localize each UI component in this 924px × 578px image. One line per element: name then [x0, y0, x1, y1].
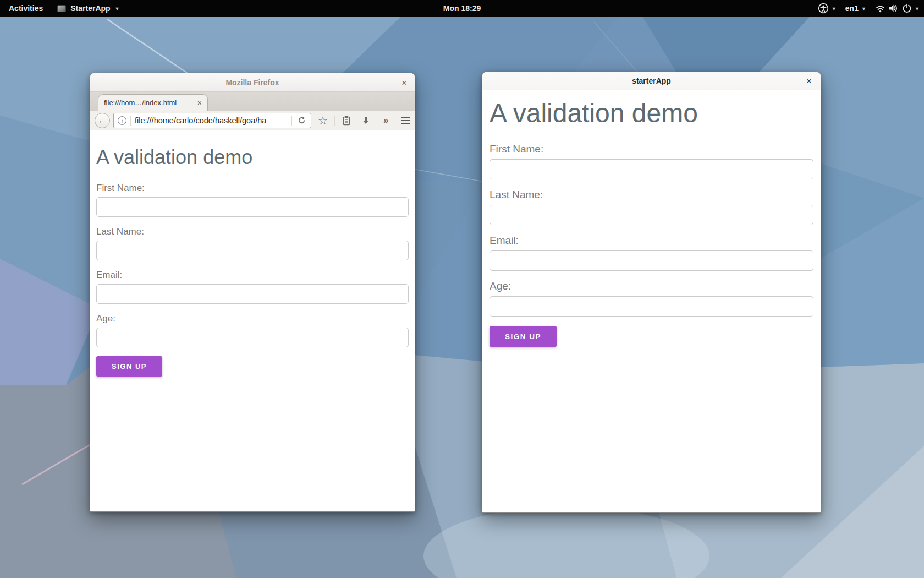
download-icon[interactable]	[358, 112, 375, 129]
desktop: Activities StarterApp ▾ Mon 18:29 ▾ en1	[0, 0, 924, 578]
activities-button[interactable]: Activities	[0, 0, 52, 17]
field-label: First Name:	[96, 182, 409, 194]
form-field: First Name:	[96, 182, 409, 217]
field-label: Email:	[96, 269, 409, 281]
field-input[interactable]	[490, 159, 813, 179]
field-label: Age:	[490, 280, 813, 293]
back-button[interactable]: ←	[95, 113, 110, 128]
page-info-icon[interactable]: i	[118, 116, 127, 125]
accessibility-menu[interactable]: ▾	[816, 0, 838, 17]
starterapp-window: starterApp × A validation demo First Nam…	[482, 72, 821, 513]
field-label: Email:	[490, 234, 813, 247]
overflow-chevron-icon[interactable]: »	[377, 112, 394, 129]
chevron-down-icon: ▾	[862, 6, 865, 12]
keyboard-layout-menu[interactable]: en1 ▾	[843, 0, 867, 17]
window-title: starterApp	[632, 77, 671, 85]
menu-hamburger-icon[interactable]	[402, 117, 410, 124]
form-field: Last Name:	[490, 188, 813, 225]
keyboard-layout-label: en1	[845, 4, 859, 13]
chevron-down-icon: ▾	[833, 6, 835, 12]
divider	[334, 116, 335, 126]
browser-tab[interactable]: file:///hom…/index.html ×	[98, 94, 208, 111]
tab-title: file:///hom…/index.html	[104, 99, 193, 107]
window-title: Mozilla Firefox	[226, 78, 279, 87]
field-input[interactable]	[490, 205, 813, 225]
firefox-titlebar[interactable]: Mozilla Firefox ×	[90, 73, 415, 92]
reload-icon[interactable]	[296, 113, 307, 128]
close-icon[interactable]: ×	[402, 78, 407, 87]
signup-form: First Name: Last Name: Email: Age:	[490, 143, 813, 317]
gnome-top-bar: Activities StarterApp ▾ Mon 18:29 ▾ en1	[0, 0, 924, 17]
starterapp-titlebar[interactable]: starterApp ×	[482, 72, 821, 90]
signup-form: First Name: Last Name: Email: Age:	[96, 182, 409, 347]
clipboard-icon[interactable]	[338, 112, 355, 129]
url-bar[interactable]: i file:///home/carlo/code/haskell/goa/ha	[113, 113, 311, 128]
close-icon[interactable]: ×	[806, 77, 812, 86]
form-field: Email:	[490, 234, 813, 271]
divider	[292, 116, 292, 126]
chevron-down-icon: ▾	[116, 6, 119, 12]
page-title: A validation demo	[490, 98, 813, 128]
field-input[interactable]	[490, 250, 813, 271]
page-title: A validation demo	[96, 146, 409, 169]
clock[interactable]: Mon 18:29	[443, 4, 481, 13]
field-input[interactable]	[490, 296, 813, 317]
tab-close-icon[interactable]: ×	[197, 99, 202, 107]
field-input[interactable]	[96, 197, 409, 217]
volume-icon	[888, 3, 899, 13]
field-label: Last Name:	[96, 226, 409, 237]
form-field: Last Name:	[96, 226, 409, 260]
browser-viewport: A validation demo First Name: Last Name:…	[90, 130, 415, 511]
field-input[interactable]	[96, 284, 409, 304]
firefox-window: Mozilla Firefox × file:///hom…/index.htm…	[90, 73, 415, 512]
accessibility-icon	[818, 3, 829, 14]
url-text[interactable]: file:///home/carlo/code/haskell/goa/ha	[135, 116, 288, 125]
firefox-tab-bar: file:///hom…/index.html ×	[90, 92, 415, 111]
field-label: First Name:	[490, 143, 813, 156]
bookmark-star-icon[interactable]: ☆	[315, 112, 331, 129]
form-field: Age:	[96, 313, 409, 347]
form-field: First Name:	[490, 143, 813, 179]
app-menu-button[interactable]: StarterApp ▾	[52, 0, 124, 17]
firefox-nav-toolbar: ← i file:///home/carlo/code/haskell/goa/…	[90, 111, 415, 130]
sign-up-button[interactable]: SIGN UP	[96, 356, 162, 377]
wifi-icon	[875, 3, 886, 13]
app-window-icon	[57, 5, 66, 12]
form-field: Age:	[490, 280, 813, 317]
field-label: Age:	[96, 313, 409, 324]
divider	[130, 116, 131, 126]
field-label: Last Name:	[490, 188, 813, 201]
power-icon	[902, 3, 912, 13]
app-menu-label: StarterApp	[70, 4, 110, 13]
field-input[interactable]	[96, 241, 409, 260]
field-input[interactable]	[96, 328, 409, 347]
sign-up-button[interactable]: SIGN UP	[490, 326, 557, 347]
form-field: Email:	[96, 269, 409, 304]
back-arrow-icon: ←	[98, 116, 107, 126]
chevron-down-icon: ▾	[916, 6, 919, 12]
starterapp-viewport: A validation demo First Name: Last Name:…	[482, 90, 821, 512]
system-status-menu[interactable]: ▾	[873, 0, 921, 17]
